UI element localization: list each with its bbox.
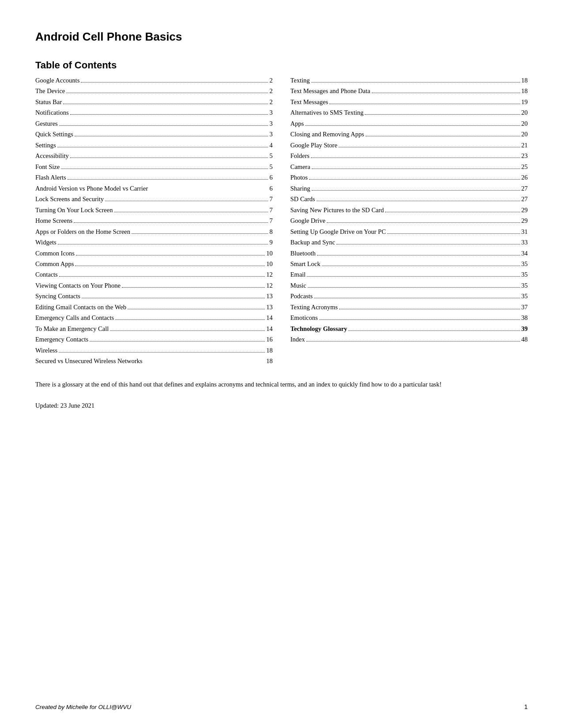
toc-item-page: 27 [521, 194, 528, 204]
toc-item: Text Messages and Phone Data18 [291, 86, 528, 96]
toc-item: Quick Settings3 [35, 129, 273, 139]
toc-item-page: 35 [521, 259, 528, 269]
toc-item-text: Smart Lock [291, 259, 321, 269]
toc-item-page: 20 [521, 119, 528, 128]
toc-item: Google Accounts2 [35, 75, 273, 85]
page-number: 1 [524, 703, 528, 710]
toc-item: Android Version vs Phone Model vs Carrie… [35, 184, 273, 193]
toc-item-page: 34 [521, 248, 528, 258]
toc-item-page: 6 [269, 184, 272, 193]
toc-dots [74, 222, 268, 223]
toc-item-text: Turning On Your Lock Screen [35, 205, 113, 215]
toc-dots [110, 330, 265, 331]
toc-item-page: 3 [269, 119, 272, 128]
toc-dots [387, 233, 520, 234]
toc-item-page: 39 [521, 324, 528, 334]
toc-item: Google Play Store21 [291, 140, 528, 150]
toc-item-page: 37 [521, 302, 528, 312]
toc-dots [122, 287, 265, 288]
toc-item: The Device2 [35, 86, 273, 96]
toc-item-page: 3 [269, 108, 272, 117]
toc-item: Status Bar2 [35, 97, 273, 107]
toc-item-page: 13 [266, 291, 273, 301]
toc-item: Viewing Contacts on Your Phone12 [35, 281, 273, 290]
toc-dots [329, 104, 520, 104]
toc-container: Google Accounts2The Device2Status Bar2No… [35, 75, 528, 367]
toc-dots [57, 147, 268, 147]
toc-dots [132, 233, 268, 234]
toc-item-text: Quick Settings [35, 129, 73, 139]
toc-item-page: 2 [269, 97, 272, 107]
toc-dots [58, 244, 268, 244]
toc-dots [366, 136, 520, 136]
toc-item: Folders23 [291, 151, 528, 161]
toc-item: Camera25 [291, 162, 528, 172]
toc-item-text: Emergency Calls and Contacts [35, 313, 114, 323]
toc-item-page: 20 [521, 129, 528, 139]
toc-item-text: Android Version vs Phone Model vs Carrie… [35, 184, 148, 193]
toc-item: Common Apps10 [35, 259, 273, 269]
toc-dots [105, 201, 268, 201]
toc-left-column: Google Accounts2The Device2Status Bar2No… [35, 75, 273, 367]
toc-item-text: Common Icons [35, 248, 75, 258]
toc-item: Technology Glossary39 [291, 324, 528, 334]
toc-item-text: Home Screens [35, 216, 72, 225]
toc-item: Turning On Your Lock Screen7 [35, 205, 273, 215]
toc-item-text: Notifications [35, 108, 69, 117]
toc-item-text: To Make an Emergency Call [35, 324, 109, 334]
toc-item-text: Google Accounts [35, 75, 79, 85]
toc-item-text: Text Messages [291, 97, 329, 107]
toc-item-page: 38 [521, 313, 528, 323]
toc-item: Emoticons38 [291, 313, 528, 323]
toc-item: Bluetooth34 [291, 248, 528, 258]
toc-item-page: 26 [521, 173, 528, 182]
toc-item-text: Camera [291, 162, 310, 172]
toc-item-text: SD Cards [291, 194, 315, 204]
toc-dots [306, 341, 520, 341]
toc-item-text: Editing Gmail Contacts on the Web [35, 302, 126, 312]
toc-item-text: Status Bar [35, 97, 62, 107]
toc-item-page: 10 [266, 259, 273, 269]
toc-item: Lock Screens and Security7 [35, 194, 273, 204]
toc-item-page: 14 [266, 324, 273, 334]
document-title: Android Cell Phone Basics [35, 30, 528, 44]
toc-item-text: Setting Up Google Drive on Your PC [291, 227, 386, 236]
toc-item-text: Settings [35, 140, 56, 150]
toc-item-page: 29 [521, 205, 528, 215]
toc-item: Common Icons10 [35, 248, 273, 258]
toc-item: Settings4 [35, 140, 273, 150]
toc-dots [66, 93, 268, 93]
toc-item: Texting18 [291, 75, 528, 85]
toc-dots [309, 179, 520, 180]
toc-dots [68, 179, 268, 180]
toc-item: Smart Lock35 [291, 259, 528, 269]
toc-dots [327, 222, 520, 223]
toc-item: Closing and Removing Apps20 [291, 129, 528, 139]
toc-dots [115, 319, 265, 320]
toc-item-text: Google Play Store [291, 140, 337, 150]
toc-item: Setting Up Google Drive on Your PC31 [291, 227, 528, 236]
toc-item: Notifications3 [35, 108, 273, 117]
toc-item-text: Alternatives to SMS Texting [291, 108, 364, 117]
toc-dots [372, 93, 520, 93]
toc-dots [339, 309, 520, 309]
toc-item-text: Emergency Contacts [35, 334, 88, 344]
toc-item-page: 14 [266, 313, 273, 323]
toc-item-text: Index [291, 334, 305, 344]
toc-item: Flash Alerts6 [35, 173, 273, 182]
toc-item-text: Secured vs Unsecured Wireless Networks [35, 356, 142, 366]
toc-dots [348, 330, 520, 331]
toc-item-page: 35 [521, 291, 528, 301]
toc-item: Google Drive29 [291, 216, 528, 225]
page-footer: Created by Michelle for OLLI@WVU 1 [35, 703, 528, 710]
toc-dots [307, 276, 520, 277]
toc-item-text: Text Messages and Phone Data [291, 86, 370, 96]
toc-item-page: 2 [269, 86, 272, 96]
toc-item-text: Closing and Removing Apps [291, 129, 364, 139]
toc-item-page: 18 [266, 345, 273, 355]
toc-item: Backup and Sync33 [291, 237, 528, 247]
toc-dots [336, 244, 520, 244]
toc-dots [75, 136, 268, 136]
toc-item-text: Emoticons [291, 313, 318, 323]
toc-item: Editing Gmail Contacts on the Web13 [35, 302, 273, 312]
